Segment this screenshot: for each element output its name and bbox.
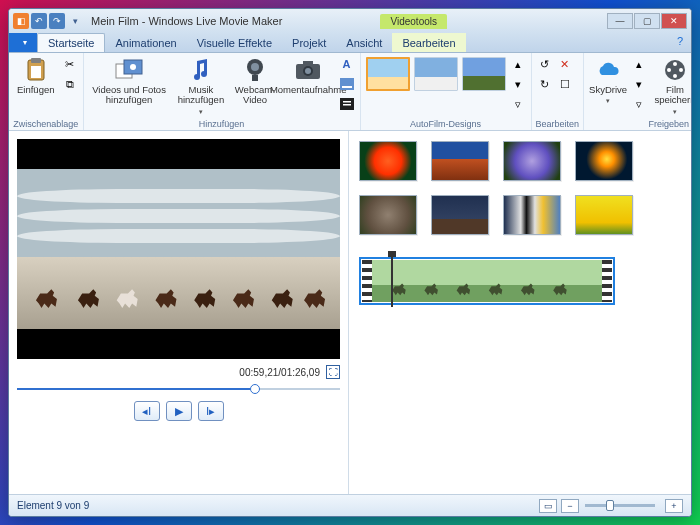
svg-rect-14 — [342, 86, 352, 88]
add-title-icon[interactable]: A — [338, 55, 356, 73]
close-button[interactable]: ✕ — [661, 13, 687, 29]
designs-expand-icon[interactable]: ▿ — [509, 95, 527, 113]
ribbon: Einfügen ✂ ⧉ Zwischenablage Videos und F… — [9, 53, 691, 131]
tab-projekt[interactable]: Projekt — [282, 33, 336, 52]
file-menu[interactable] — [9, 33, 37, 52]
save-movie-button[interactable]: Film speichern — [650, 55, 692, 118]
webcam-icon — [241, 57, 269, 83]
group-label-add: Hinzufügen — [88, 118, 356, 130]
svg-rect-10 — [303, 61, 313, 66]
minimize-button[interactable]: — — [607, 13, 633, 29]
tab-animationen[interactable]: Animationen — [105, 33, 186, 52]
zoom-thumb[interactable] — [606, 500, 614, 511]
statusbar: Element 9 von 9 ▭ − + — [9, 494, 691, 516]
qat-undo-icon[interactable]: ↶ — [31, 13, 47, 29]
next-frame-button[interactable]: Ⅰ▸ — [198, 401, 224, 421]
tab-startseite[interactable]: Startseite — [37, 33, 105, 52]
add-videos-photos-button[interactable]: Videos und Fotos hinzufügen — [88, 55, 171, 108]
clip-tulips[interactable] — [575, 195, 633, 235]
clipboard-icon — [22, 57, 50, 83]
cloud-icon — [594, 57, 622, 83]
qat-dropdown-icon[interactable]: ▾ — [67, 13, 83, 29]
zoom-in-button[interactable]: + — [665, 499, 683, 513]
clip-desert[interactable] — [431, 141, 489, 181]
webcam-button[interactable]: Webcam-Video — [231, 55, 278, 108]
music-note-icon — [187, 57, 215, 83]
rotate-right-icon[interactable]: ↻ — [536, 75, 554, 93]
filmstrip-clip[interactable] — [359, 257, 615, 305]
svg-rect-17 — [343, 104, 351, 106]
select-all-icon[interactable]: ☐ — [556, 75, 574, 93]
group-share: SkyDrive ▴ ▾ ▿ Film speichern Dominik Ha… — [584, 53, 692, 130]
qat-redo-icon[interactable]: ↷ — [49, 13, 65, 29]
clip-flower[interactable] — [359, 141, 417, 181]
paste-button[interactable]: Einfügen — [13, 55, 59, 97]
prev-frame-button[interactable]: ◂Ⅰ — [134, 401, 160, 421]
playhead[interactable] — [391, 255, 393, 307]
titlebar: ◧ ↶ ↷ ▾ Mein Film - Windows Live Movie M… — [9, 9, 691, 33]
designs-scroll-down-icon[interactable]: ▾ — [509, 75, 527, 93]
svg-rect-1 — [31, 58, 41, 63]
help-button[interactable]: ? — [669, 33, 691, 52]
time-display: 00:59,21/01:26,09 — [239, 367, 320, 378]
view-mode-icon[interactable]: ▭ — [539, 499, 557, 513]
clip-grid — [359, 141, 681, 235]
skydrive-button[interactable]: SkyDrive — [588, 55, 628, 108]
clip-hydrangea[interactable] — [503, 141, 561, 181]
group-clipboard: Einfügen ✂ ⧉ Zwischenablage — [9, 53, 84, 130]
svg-point-20 — [679, 68, 683, 72]
filmreel-icon — [661, 57, 689, 83]
svg-point-21 — [673, 74, 677, 78]
play-button[interactable]: ▶ — [166, 401, 192, 421]
svg-point-7 — [251, 63, 259, 71]
group-add: Videos und Fotos hinzufügen Musik hinzuf… — [84, 53, 361, 130]
svg-point-22 — [667, 68, 671, 72]
svg-rect-2 — [31, 66, 41, 78]
clip-koala[interactable] — [359, 195, 417, 235]
snapshot-button[interactable]: Momentaufnahme — [281, 55, 336, 97]
zoom-slider[interactable] — [585, 504, 655, 507]
add-credits-icon[interactable] — [338, 95, 356, 113]
group-label-designs: AutoFilm-Designs — [365, 118, 527, 130]
seek-thumb[interactable] — [250, 384, 260, 394]
design-2[interactable] — [414, 57, 458, 91]
status-text: Element 9 von 9 — [17, 500, 89, 511]
content-area: 00:59,21/01:26,09 ⛶ ◂Ⅰ ▶ Ⅰ▸ — [9, 131, 691, 494]
zoom-out-button[interactable]: − — [561, 499, 579, 513]
qat-app-icon[interactable]: ◧ — [13, 13, 29, 29]
group-label-clipboard: Zwischenablage — [13, 118, 79, 130]
add-caption-icon[interactable] — [338, 75, 356, 93]
designs-scroll-up-icon[interactable]: ▴ — [509, 55, 527, 73]
delete-icon[interactable]: ✕ — [556, 55, 574, 73]
tab-visuelle-effekte[interactable]: Visuelle Effekte — [187, 33, 282, 52]
preview-pane: 00:59,21/01:26,09 ⛶ ◂Ⅰ ▶ Ⅰ▸ — [9, 131, 349, 494]
clip-penguins[interactable] — [503, 195, 561, 235]
tab-bearbeiten[interactable]: Bearbeiten — [392, 33, 465, 52]
group-label-share: Freigeben — [588, 118, 692, 130]
group-edit: ↺ ↻ ✕ ☐ Bearbeiten — [532, 53, 585, 130]
design-1[interactable] — [366, 57, 410, 91]
design-3[interactable] — [462, 57, 506, 91]
video-preview[interactable] — [17, 139, 340, 359]
camera-icon — [294, 57, 322, 83]
fullscreen-icon[interactable]: ⛶ — [326, 365, 340, 379]
copy-icon[interactable]: ⧉ — [61, 75, 79, 93]
svg-rect-16 — [343, 101, 351, 103]
svg-point-5 — [130, 64, 136, 70]
storyboard-pane[interactable] — [349, 131, 691, 494]
svg-point-19 — [673, 62, 677, 66]
seek-bar[interactable] — [17, 383, 340, 395]
svg-rect-8 — [252, 75, 258, 81]
clip-lighthouse[interactable] — [431, 195, 489, 235]
share-scroll-down-icon[interactable]: ▾ — [630, 75, 648, 93]
add-music-button[interactable]: Musik hinzufügen — [173, 55, 230, 118]
rotate-left-icon[interactable]: ↺ — [536, 55, 554, 73]
cut-icon[interactable]: ✂ — [61, 55, 79, 73]
maximize-button[interactable]: ▢ — [634, 13, 660, 29]
share-scroll-up-icon[interactable]: ▴ — [630, 55, 648, 73]
share-expand-icon[interactable]: ▿ — [630, 95, 648, 113]
ribbon-tabs: Startseite Animationen Visuelle Effekte … — [9, 33, 691, 53]
window-title: Mein Film - Windows Live Movie Maker — [91, 15, 282, 27]
clip-jellyfish[interactable] — [575, 141, 633, 181]
tab-ansicht[interactable]: Ansicht — [336, 33, 392, 52]
